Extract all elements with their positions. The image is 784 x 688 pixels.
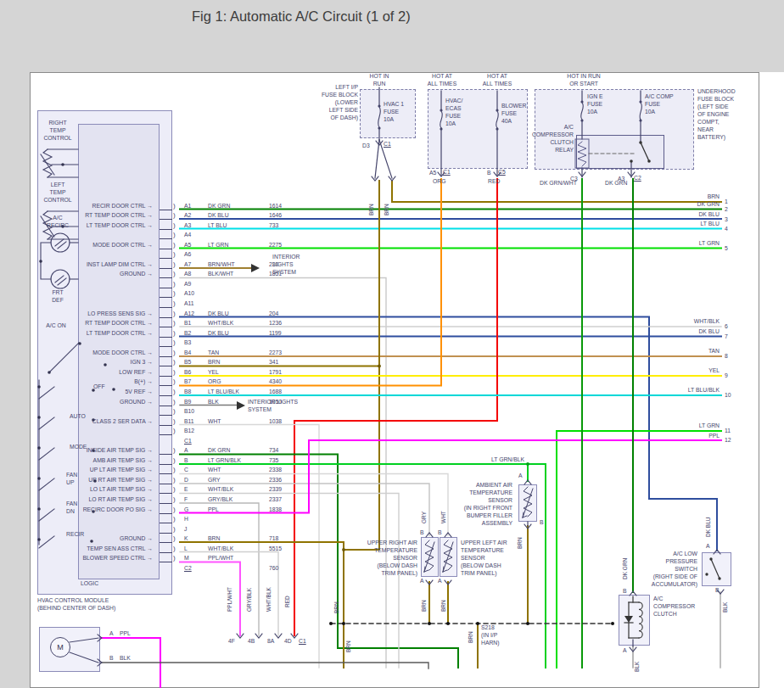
wiring-diagram-page: Fig 1: Automatic A/C Circuit (1 of 2): [0, 0, 784, 688]
pin-connector-icon: ): [173, 250, 176, 258]
dk-grn-wht-wire-label: DK GRN/WHT: [540, 180, 577, 187]
upper-left-pin-a: A: [438, 578, 442, 585]
pin-connector-icon: ): [173, 427, 176, 434]
ppl-wht-wire-label: PPL/WHT: [227, 587, 232, 612]
exit-number: 12: [725, 437, 731, 445]
pin-function-label: BLOWER SPEED CTRL: [48, 555, 153, 561]
right-temp-control-label: RIGHT TEMP CONTROL: [37, 120, 78, 143]
pin-id: C: [184, 467, 188, 473]
pin-connector-icon: ): [173, 349, 176, 356]
pin-row: LO PRESS SENS SIG ) A12 DK BLU 204: [0, 310, 339, 320]
pin-connector-icon: ): [173, 280, 176, 288]
pin-function-label: INST LAMP DIM CTRL: [48, 261, 153, 267]
motor-pin-a: A: [109, 630, 114, 638]
clutch-dk-grn-label: DK GRN: [622, 558, 628, 579]
gry-wire-label: GRY: [421, 512, 427, 523]
pin-connector-icon: ): [173, 260, 176, 268]
pin-row: MODE DOOR CTRL ) B4 TAN 2273: [0, 350, 339, 359]
circuit-number: 1236: [269, 320, 282, 326]
pin-id: E: [184, 486, 188, 492]
low-pressure-switch-label: A/C LOW PRESSURE SWITCH (RIGHT SIDE OF A…: [643, 551, 697, 589]
bottom-pin-4b: 4B: [248, 638, 255, 646]
exit-number: 7: [725, 333, 728, 341]
pin-id: A3: [184, 222, 191, 228]
pin-id: A11: [184, 300, 194, 306]
splice-brn-label-2: BRN: [345, 640, 351, 652]
pin-id: C2: [184, 565, 192, 571]
splice-s218-label: S218 (IN I/P HARN): [481, 624, 500, 647]
exit-wire-label: LT GRN: [669, 422, 720, 430]
conn-c5-label: C5: [498, 169, 506, 176]
circuit-number: 1791: [269, 369, 282, 375]
pin-id: H: [184, 516, 188, 522]
pin-function-label: TEMP SEN ASS CTRL: [48, 545, 153, 551]
circuit-number: 1038: [269, 418, 282, 424]
brn-wire-label-1: BRN: [368, 204, 374, 215]
wire-color-label: PPL: [208, 506, 219, 512]
pin-connector-icon: ): [173, 289, 176, 297]
pin-id: J: [184, 526, 187, 532]
wire-color-label: YEL: [208, 369, 219, 375]
bottom-pin-8a: 8A: [267, 638, 274, 646]
pin-connector-icon: ): [173, 446, 176, 454]
pin-function-label: GROUND: [48, 271, 153, 277]
pin-row: CLASS 2 SER DATA ) B11 WHT 1038: [0, 418, 339, 428]
relay-label: A/C COMPRESSOR CLUTCH RELAY: [519, 124, 574, 154]
bottom-connector-name: C1: [299, 638, 306, 646]
red-wire-label: RED: [488, 178, 500, 186]
pin-connector-icon: ): [173, 270, 176, 277]
hvac1-fuse-label: HVAC 1 FUSE 10A: [384, 101, 404, 124]
gry-blk-wire-label: GRY/BLK: [246, 588, 252, 612]
ac-on-label: A/C ON: [37, 322, 75, 330]
conn-c1-top-label: C1: [384, 141, 391, 148]
mode-label: MODE: [70, 444, 87, 451]
conn-b-label: B: [487, 170, 491, 177]
hot-at-all-times-1-label: HOT AT ALL TIMES: [420, 73, 464, 88]
pin-connector-icon: ): [173, 388, 176, 395]
pin-row: GROUND ) K BRN 718: [0, 535, 339, 545]
pin-row: 5V REF ) B8 LT BLU/BLK 1688: [0, 389, 339, 398]
circuit-number: 760: [269, 565, 278, 571]
left-ip-fuse-block-label: LEFT I/P FUSE BLOCK (LOWER LEFT SIDE OF …: [312, 84, 358, 122]
wire-color-label: WHT/BLK: [208, 320, 233, 326]
pin-row: ) H: [0, 516, 339, 525]
lt-grn-blk-wire-label: LT GRN/BLK: [489, 456, 524, 464]
wire-color-label: LT GRN/BLK: [208, 457, 241, 463]
pin-connector-icon: ): [173, 358, 176, 366]
pin-id: A: [184, 447, 188, 453]
splice-brn-label-3: BRN: [468, 631, 473, 643]
pin-connector-icon: ): [173, 485, 176, 493]
wire-color-label: WHT/BLK: [208, 486, 233, 492]
wire-color-label: DK GRN: [208, 203, 230, 209]
circuit-number: 2337: [269, 496, 282, 502]
circuit-number: 2338: [269, 467, 282, 473]
wire-color-label: PPL/WHT: [208, 555, 233, 561]
hvac-ecas-fuse-label: HVAC/ ECAS FUSE 10A: [445, 98, 462, 128]
wire-color-label: WHT/BLK: [208, 545, 233, 551]
wire-color-label: WHT: [208, 467, 221, 473]
pin-function-label: UP RT AIR TEMP SIG: [48, 477, 153, 483]
brn-wire-label-2: BRN: [384, 204, 389, 215]
pin-id: B9: [184, 399, 191, 405]
pin-id: A2: [184, 212, 191, 218]
pin-id: D: [184, 477, 188, 483]
splice-brn-label-1: BRN: [333, 601, 339, 613]
pin-row: ) C2 760: [0, 565, 339, 574]
circuit-number: 1646: [269, 212, 282, 218]
pin-function-label: AMB AIR TEMP SIG: [48, 457, 153, 463]
upper-right-pin-b: B: [420, 529, 424, 537]
interior-lights-callout-1: INTERIOR LIGHTS SYSTEM: [272, 254, 300, 277]
pin-id: A6: [184, 251, 191, 257]
low-pressure-pin-a: A: [706, 543, 710, 551]
conn-c2-label: C2: [634, 175, 641, 182]
pin-connector-icon: ): [173, 466, 176, 473]
auto-label: AUTO: [70, 413, 86, 421]
pin-id: A5: [184, 242, 191, 248]
wire-color-label: DK BLU: [208, 330, 229, 336]
pin-id: L: [184, 545, 188, 551]
pin-function-label: LO RT AIR TEMP SIG: [48, 496, 153, 502]
pin-function-label: LO PRESS SENS SIG: [48, 310, 153, 316]
wire-color-label: GRY: [208, 477, 221, 483]
pin-row: ) A4: [0, 232, 339, 241]
circuit-number: 2275: [269, 242, 282, 248]
